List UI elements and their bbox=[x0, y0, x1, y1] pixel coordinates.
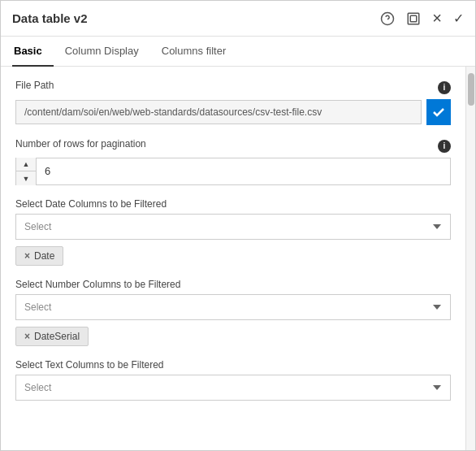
svg-rect-2 bbox=[409, 13, 420, 24]
date-tag-remove[interactable]: × bbox=[24, 250, 30, 262]
stepper-down-button[interactable]: ▼ bbox=[16, 171, 36, 185]
date-columns-select[interactable]: Select bbox=[15, 214, 451, 240]
tabs-bar: Basic Column Display Columns filter bbox=[1, 37, 475, 67]
main-content: File Path i Number of rows for paginatio… bbox=[1, 67, 465, 450]
tab-basic[interactable]: Basic bbox=[12, 37, 54, 67]
close-icon[interactable]: × bbox=[432, 9, 442, 28]
rows-pagination-label-row: Number of rows for pagination i bbox=[15, 138, 451, 154]
rows-pagination-info-icon[interactable]: i bbox=[438, 140, 451, 153]
number-columns-label: Select Number Columns to be Filtered bbox=[15, 279, 451, 290]
rows-pagination-label: Number of rows for pagination bbox=[15, 138, 146, 150]
stepper-up-button[interactable]: ▲ bbox=[16, 158, 36, 171]
rows-value: 6 bbox=[37, 158, 58, 185]
scrollbar-track bbox=[465, 67, 475, 450]
date-columns-select-wrapper: Select bbox=[15, 214, 451, 240]
number-columns-select[interactable]: Select bbox=[15, 294, 451, 320]
expand-icon[interactable] bbox=[406, 11, 421, 26]
title-bar-actions: × ✓ bbox=[380, 9, 464, 28]
rows-pagination-group: Number of rows for pagination i ▲ ▼ 6 bbox=[15, 138, 451, 185]
text-columns-select[interactable]: Select bbox=[15, 375, 451, 401]
file-path-label: File Path bbox=[15, 80, 54, 91]
file-path-group: File Path i bbox=[15, 80, 451, 125]
dateserial-tag: × DateSerial bbox=[15, 327, 89, 346]
date-columns-label: Select Date Columns to be Filtered bbox=[15, 198, 451, 210]
confirm-icon[interactable]: ✓ bbox=[453, 11, 464, 26]
scrollbar-thumb[interactable] bbox=[468, 73, 474, 106]
dateserial-tag-label: DateSerial bbox=[34, 331, 80, 342]
text-columns-group: Select Text Columns to be Filtered Selec… bbox=[15, 359, 451, 401]
tab-columns-filter[interactable]: Columns filter bbox=[150, 37, 237, 67]
rows-stepper: ▲ ▼ bbox=[16, 158, 37, 185]
dialog-title: Data table v2 bbox=[12, 11, 380, 25]
number-columns-group: Select Number Columns to be Filtered Sel… bbox=[15, 279, 451, 346]
file-path-checkbox[interactable] bbox=[426, 99, 451, 125]
dateserial-tag-remove[interactable]: × bbox=[24, 331, 30, 342]
file-path-label-row: File Path i bbox=[15, 80, 451, 95]
title-bar: Data table v2 × ✓ bbox=[1, 1, 475, 37]
tab-column-display[interactable]: Column Display bbox=[54, 37, 150, 67]
text-columns-select-wrapper: Select bbox=[15, 375, 451, 401]
file-path-input[interactable] bbox=[15, 100, 422, 124]
dialog: Data table v2 × ✓ Basic Column Display bbox=[0, 0, 476, 451]
date-tag-label: Date bbox=[34, 250, 54, 262]
number-columns-select-wrapper: Select bbox=[15, 294, 451, 320]
help-icon[interactable] bbox=[380, 11, 395, 26]
svg-rect-3 bbox=[411, 15, 418, 22]
text-columns-label: Select Text Columns to be Filtered bbox=[15, 359, 451, 371]
file-path-info-icon[interactable]: i bbox=[438, 81, 451, 94]
content-area: File Path i Number of rows for paginatio… bbox=[1, 67, 475, 450]
date-tag: × Date bbox=[15, 246, 63, 266]
date-columns-group: Select Date Columns to be Filtered Selec… bbox=[15, 198, 451, 266]
rows-pagination-input: ▲ ▼ 6 bbox=[15, 158, 451, 185]
file-path-row bbox=[15, 99, 451, 125]
